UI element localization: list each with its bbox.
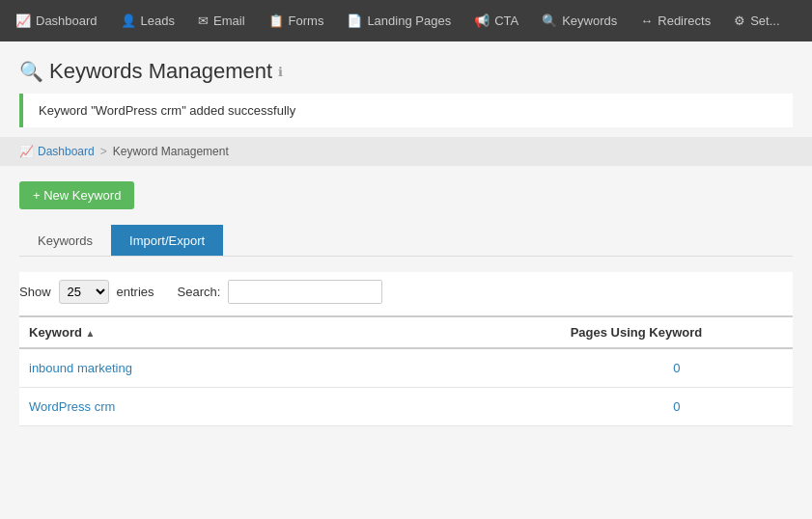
pages-count: 0 <box>673 361 680 375</box>
breadcrumb-current: Keyword Management <box>113 145 229 158</box>
settings-icon: ⚙ <box>734 14 745 28</box>
keyword-cell: WordPress crm <box>19 388 561 426</box>
leads-icon: 👤 <box>121 14 136 28</box>
main-content: 🔍 Keywords Management ℹ Keyword "WordPre… <box>0 41 812 426</box>
keyword-link[interactable]: WordPress crm <box>29 399 115 414</box>
tab-import-export[interactable]: Import/Export <box>111 225 223 256</box>
email-icon: ✉ <box>198 14 209 28</box>
cta-icon: 📢 <box>474 14 490 28</box>
nav-label-redirects: Redirects <box>658 14 711 28</box>
nav-item-dashboard[interactable]: 📈 Dashboard <box>4 0 109 41</box>
keyword-cell: inbound marketing <box>19 348 561 388</box>
landing-pages-icon: 📄 <box>347 14 362 28</box>
nav-label-keywords: Keywords <box>562 14 617 28</box>
alert-message: Keyword "WordPress crm" added successful… <box>39 103 295 118</box>
search-input[interactable] <box>228 280 382 304</box>
breadcrumb-link-label: Dashboard <box>38 145 95 158</box>
th-keyword-label: Keyword <box>29 325 82 340</box>
nav-item-landing-pages[interactable]: 📄 Landing Pages <box>335 0 462 41</box>
th-keyword[interactable]: Keyword ▲ <box>19 316 561 348</box>
table-controls: Show 10 25 50 100 entries Search: <box>19 272 793 315</box>
nav-label-leads: Leads <box>141 14 175 28</box>
pages-cell: 0 <box>561 348 793 388</box>
table-section: Show 10 25 50 100 entries Search: Keywor… <box>19 272 793 426</box>
page-title-text: Keywords Management <box>49 59 272 84</box>
nav-label-dashboard: Dashboard <box>36 14 98 28</box>
nav-item-settings[interactable]: ⚙ Set... <box>722 0 791 41</box>
pages-count: 0 <box>673 399 680 414</box>
breadcrumb: 📈 Dashboard > Keyword Management <box>0 137 812 166</box>
breadcrumb-separator: > <box>100 145 107 158</box>
keyword-link[interactable]: inbound marketing <box>29 361 132 375</box>
page-title: 🔍 Keywords Management ℹ <box>19 59 283 84</box>
nav-label-forms: Forms <box>289 14 324 28</box>
th-pages-label: Pages Using Keyword <box>571 325 703 340</box>
entries-label: entries <box>117 285 154 299</box>
show-label: Show <box>19 285 51 299</box>
new-keyword-button[interactable]: + New Keyword <box>19 181 134 209</box>
keywords-table: Keyword ▲ Pages Using Keyword inbound ma… <box>19 315 793 426</box>
th-pages: Pages Using Keyword <box>561 316 793 348</box>
nav-label-email: Email <box>213 14 245 28</box>
nav-item-leads[interactable]: 👤 Leads <box>109 0 186 41</box>
search-label: Search: <box>178 285 221 299</box>
redirects-icon: ↔ <box>640 14 653 28</box>
alert-success: Keyword "WordPress crm" added successful… <box>19 94 793 127</box>
nav-item-redirects[interactable]: ↔ Redirects <box>629 0 722 41</box>
top-nav: 📈 Dashboard 👤 Leads ✉ Email 📋 Forms 📄 La… <box>0 0 812 41</box>
table-row: WordPress crm 0 <box>19 388 793 426</box>
breadcrumb-link-icon: 📈 <box>19 145 34 158</box>
forms-icon: 📋 <box>268 14 284 28</box>
pages-cell: 0 <box>561 388 793 426</box>
nav-label-settings: Set... <box>750 14 779 28</box>
page-header: 🔍 Keywords Management ℹ <box>0 41 812 94</box>
nav-label-cta: CTA <box>494 14 518 28</box>
nav-label-landing-pages: Landing Pages <box>367 14 451 28</box>
tab-keywords[interactable]: Keywords <box>19 225 111 256</box>
breadcrumb-link-dashboard[interactable]: 📈 Dashboard <box>19 145 95 158</box>
nav-item-forms[interactable]: 📋 Forms <box>257 0 336 41</box>
sort-arrow-up: ▲ <box>86 328 96 339</box>
table-row: inbound marketing 0 <box>19 348 793 388</box>
page-title-icon: 🔍 <box>19 60 43 83</box>
nav-item-keywords[interactable]: 🔍 Keywords <box>530 0 629 41</box>
entries-select[interactable]: 10 25 50 100 <box>59 280 109 304</box>
dashboard-icon: 📈 <box>15 14 31 28</box>
tab-container: Keywords Import/Export <box>19 225 793 257</box>
info-icon[interactable]: ℹ <box>278 65 283 79</box>
nav-item-email[interactable]: ✉ Email <box>186 0 257 41</box>
keywords-icon: 🔍 <box>542 14 557 28</box>
nav-item-cta[interactable]: 📢 CTA <box>462 0 530 41</box>
